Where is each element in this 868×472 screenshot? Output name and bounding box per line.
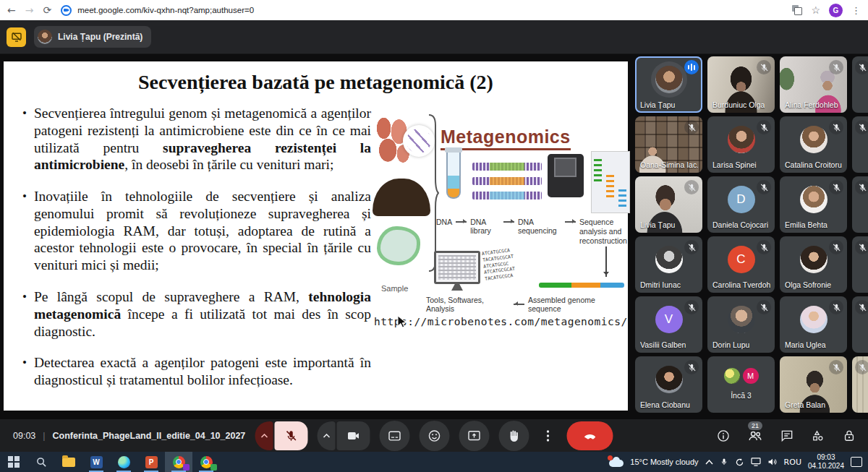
participant-name: Daniela Cojocari: [712, 220, 768, 229]
presenter-pill[interactable]: Livia Țapu (Prezintă): [34, 26, 151, 48]
activities-button[interactable]: [811, 429, 825, 443]
participant-tile[interactable]: Livia Țapu: [635, 176, 702, 233]
participant-avatar: [728, 306, 755, 333]
slide-title: Secvențierea bazată pe metagenomică (2): [4, 71, 628, 94]
participant-tile[interactable]: Catalina Croitoru: [780, 116, 847, 173]
translate-icon[interactable]: [792, 5, 802, 15]
participant-tile[interactable]: Dorin Lupu: [707, 296, 775, 353]
tray-mic-icon[interactable]: [720, 457, 728, 467]
participant-tile-partial[interactable]: [852, 56, 868, 113]
mic-toggle-button[interactable]: [275, 421, 308, 450]
bullet-marker: •: [22, 288, 27, 340]
participant-tile[interactable]: Larisa Spinei: [707, 116, 775, 173]
bookmark-star-icon[interactable]: ☆: [811, 4, 820, 16]
participant-tile-partial[interactable]: [852, 176, 868, 233]
forward-icon[interactable]: →: [25, 5, 34, 15]
participant-tile[interactable]: Elena Ciobanu: [635, 356, 702, 413]
participant-tile[interactable]: MÎncă 3: [707, 356, 775, 413]
camera-toggle-button[interactable]: [337, 421, 370, 450]
participant-mini-avatar: [724, 368, 740, 384]
word-button[interactable]: W: [82, 452, 110, 472]
tray-chevron-icon[interactable]: [705, 460, 713, 465]
present-screen-button[interactable]: [459, 421, 490, 451]
weather-text[interactable]: 15°C Mostly cloudy: [630, 458, 698, 466]
metagenomics-diagram: Metagenomics Sample DNA DNA library: [365, 109, 624, 326]
action-center-icon[interactable]: [851, 457, 862, 467]
participant-tile[interactable]: DDaniela Cojocari: [707, 176, 775, 233]
participants-button[interactable]: 21: [747, 428, 763, 444]
captions-button[interactable]: [380, 421, 410, 451]
browser-profile-avatar[interactable]: G: [829, 4, 843, 17]
participant-letter-avatar: D: [728, 186, 755, 213]
captions-icon: [388, 429, 402, 443]
mouse-cursor: [397, 315, 407, 331]
mic-off-icon: [829, 240, 843, 254]
browser-toolbar: ← → ⟳ meet.google.com/kiv-qxhn-nqt?amp;a…: [0, 0, 868, 20]
participant-tile[interactable]: Olga Sofronie: [780, 236, 847, 293]
address-bar[interactable]: meet.google.com/kiv-qxhn-nqt?amp;authuse…: [61, 5, 783, 16]
camera-options-chevron[interactable]: [318, 421, 336, 450]
start-button[interactable]: [0, 452, 27, 472]
dna-sequencing-label: DNA sequencing: [518, 218, 561, 235]
participant-mini-avatar: M: [743, 368, 759, 384]
participant-letter-avatar: C: [728, 246, 755, 273]
edge-button[interactable]: [110, 452, 137, 472]
tray-update-icon[interactable]: [735, 458, 744, 467]
meeting-details-button[interactable]: [716, 429, 731, 443]
reactions-button[interactable]: [420, 421, 450, 451]
chrome-button-secondary[interactable]: [192, 452, 220, 472]
participant-tile[interactable]: VVasilii Galben: [635, 296, 702, 353]
participant-tile[interactable]: Oana-Simina Iac...: [635, 116, 702, 173]
url-text[interactable]: meet.google.com/kiv-qxhn-nqt?amp;authuse…: [77, 6, 254, 14]
participant-name: Alina Ferdohleb: [785, 100, 838, 109]
participant-tile[interactable]: CCarolina Tverdoh...: [707, 236, 775, 293]
participant-avatar: [655, 66, 683, 93]
taskbar-clock[interactable]: 09:03 04.10.2024: [808, 453, 844, 471]
folder-icon: [62, 458, 75, 467]
raise-hand-button[interactable]: [499, 421, 529, 451]
powerpoint-button[interactable]: P: [137, 452, 165, 472]
participant-tile[interactable]: Greta Balan: [780, 356, 847, 413]
presenting-indicator-button[interactable]: [7, 27, 26, 47]
weather-icon[interactable]: [609, 457, 624, 467]
taskbar-search-button[interactable]: [27, 452, 55, 472]
participant-tile-partial[interactable]: [852, 356, 868, 413]
arrow-down-icon: [605, 246, 607, 277]
participant-name: Livia Țapu: [640, 220, 675, 229]
monitor-stand: [451, 284, 463, 291]
browser-menu-icon[interactable]: ⋮: [851, 5, 861, 16]
host-controls-button[interactable]: [842, 429, 856, 443]
language-indicator[interactable]: ROU: [784, 458, 801, 467]
file-explorer-button[interactable]: [55, 452, 82, 472]
cell-sample-illustration: [377, 226, 420, 265]
participant-name: Oana-Simina Iac...: [640, 160, 698, 169]
separator: |: [43, 431, 45, 441]
participant-tile[interactable]: Maria Uglea: [780, 296, 847, 353]
search-icon: [36, 457, 47, 468]
tray-volume-icon[interactable]: [767, 458, 778, 466]
audio-indicator-icon: [684, 60, 699, 74]
mic-off-icon: [829, 120, 843, 134]
mic-off-icon: [855, 240, 868, 254]
participant-tile-partial[interactable]: [852, 296, 868, 353]
participant-tile[interactable]: Emilia Behta: [780, 176, 847, 233]
chrome-button-active[interactable]: [165, 452, 192, 472]
more-options-button[interactable]: [539, 421, 558, 451]
participant-tile-partial[interactable]: [852, 236, 868, 293]
back-icon[interactable]: ←: [7, 5, 16, 15]
chat-button[interactable]: [780, 429, 794, 443]
dna-tube-icon: [446, 153, 461, 199]
participant-tile[interactable]: Burduniuc Olga: [707, 56, 775, 113]
slide-bullets: •Secvențierea întregului genom și metage…: [22, 105, 371, 403]
leave-call-button[interactable]: [567, 421, 613, 450]
participant-name: Larisa Spinei: [712, 160, 757, 169]
slide-bullet: •Secvențierea întregului genom și metage…: [22, 105, 371, 173]
participant-tile[interactable]: Livia Țapu: [635, 56, 702, 113]
bullet-marker: •: [22, 188, 27, 274]
tray-network-icon[interactable]: [751, 458, 761, 466]
participant-tile[interactable]: Dmitri Iunac: [635, 236, 702, 293]
participant-tile[interactable]: Alina Ferdohleb: [780, 56, 847, 113]
participant-tile-partial[interactable]: [852, 116, 868, 173]
mic-options-chevron[interactable]: [255, 421, 273, 450]
reload-icon[interactable]: ⟳: [43, 5, 51, 15]
